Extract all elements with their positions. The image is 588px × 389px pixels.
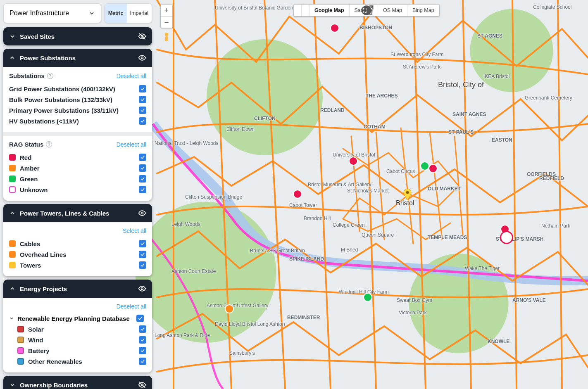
help-icon[interactable]: ?: [47, 73, 53, 79]
filter-label: Battery: [28, 347, 50, 354]
section-energy-projects: Energy Projects Deselect all Renewable E…: [3, 280, 152, 372]
eye-icon[interactable]: [138, 54, 146, 62]
section-header-ownership[interactable]: Ownership Boundaries: [3, 376, 152, 389]
color-swatch: [9, 240, 16, 247]
section-saved-sites: Saved Sites: [3, 27, 152, 45]
filter-row[interactable]: Red: [9, 152, 146, 163]
color-swatch: [17, 347, 24, 354]
filter-label: Wind: [28, 337, 43, 344]
filter-label: HV Substations (<11kV): [9, 118, 79, 125]
checkbox[interactable]: [139, 117, 146, 125]
filter-row[interactable]: Primary Power Substations (33/11kV): [9, 105, 146, 116]
checkbox[interactable]: [139, 96, 146, 103]
subhead-label: Renewable Energy Planning Database: [17, 315, 130, 322]
chevron-down-icon: [9, 382, 16, 388]
card-title: RAG Status: [9, 141, 43, 148]
map-pin[interactable]: [403, 189, 412, 200]
filter-row[interactable]: Green: [9, 173, 146, 184]
chevron-up-icon: [9, 285, 16, 292]
chevron-down-icon: [9, 33, 16, 40]
zoom-control: + −: [160, 4, 173, 28]
deselect-all-link[interactable]: Deselect all: [117, 141, 146, 148]
category-select[interactable]: Power Infrastructure: [3, 3, 101, 23]
checkbox[interactable]: [139, 154, 146, 161]
unit-imperial-button[interactable]: Imperial: [127, 4, 152, 23]
select-all-link[interactable]: Select all: [123, 228, 146, 234]
eye-off-icon[interactable]: [138, 32, 146, 40]
checkbox[interactable]: [139, 164, 146, 172]
filter-label: Overhead Lines: [20, 251, 67, 258]
checkbox[interactable]: [139, 325, 146, 333]
filter-label: Towers: [20, 262, 41, 269]
filter-row[interactable]: Overhead Lines: [9, 249, 146, 260]
section-header-saved-sites[interactable]: Saved Sites: [3, 27, 152, 45]
map-marker-red[interactable]: [429, 165, 437, 172]
eye-icon[interactable]: [138, 285, 146, 293]
section-power-substations: Power Substations Substations ? Deselect…: [3, 49, 152, 201]
sidebar: Power Infrastructure Metric Imperial Sav…: [3, 3, 152, 389]
filter-row[interactable]: Wind: [9, 334, 146, 345]
checkbox[interactable]: [139, 240, 146, 247]
filter-label: Green: [20, 176, 38, 183]
renewable-db-toggle[interactable]: Renewable Energy Planning Database: [9, 314, 146, 324]
filter-row[interactable]: Amber: [9, 163, 146, 173]
section-title: Power Towers, Lines & Cables: [20, 210, 109, 217]
filter-row[interactable]: Battery: [9, 345, 146, 356]
color-swatch: [9, 176, 16, 182]
chevron-down-icon: [88, 10, 95, 17]
color-swatch: [9, 186, 16, 193]
card-rag-status: RAG Status ? Deselect all RedAmberGreenU…: [3, 135, 152, 201]
deselect-all-link[interactable]: Deselect all: [117, 303, 146, 310]
deselect-all-link[interactable]: Deselect all: [117, 73, 146, 79]
eye-off-icon[interactable]: [138, 381, 146, 389]
filter-row[interactable]: HV Substations (<11kV): [9, 116, 146, 126]
map-marker-red[interactable]: [331, 24, 338, 32]
color-swatch: [9, 165, 16, 171]
unit-metric-button[interactable]: Metric: [105, 4, 127, 23]
checkbox[interactable]: [139, 186, 146, 193]
checkbox[interactable]: [139, 261, 146, 269]
card-energy-projects: Deselect all Renewable Energy Planning D…: [3, 298, 152, 372]
color-swatch: [17, 337, 24, 343]
section-header-energy-projects[interactable]: Energy Projects: [3, 280, 152, 298]
filter-row[interactable]: Cables: [9, 238, 146, 249]
section-title: Saved Sites: [20, 33, 55, 40]
checkbox[interactable]: [136, 315, 144, 322]
checkbox[interactable]: [139, 251, 146, 258]
map-marker-white[interactable]: [501, 232, 512, 243]
section-power-lines: Power Towers, Lines & Cables Select all …: [3, 204, 152, 276]
color-swatch: [9, 251, 16, 258]
card-title: Substations: [9, 72, 45, 79]
filter-row[interactable]: Grid Power Substations (400/132kV): [9, 83, 146, 94]
filter-row[interactable]: Other Renewables: [9, 356, 146, 367]
checkbox[interactable]: [139, 107, 146, 114]
checkbox[interactable]: [139, 175, 146, 183]
filter-row[interactable]: Bulk Power Substations (132/33kV): [9, 94, 146, 105]
zoom-in-button[interactable]: +: [161, 5, 172, 16]
filter-row[interactable]: Solar: [9, 324, 146, 334]
map-marker-red[interactable]: [294, 190, 301, 198]
color-swatch: [17, 358, 24, 365]
map-marker-green[interactable]: [421, 162, 429, 170]
help-icon[interactable]: ?: [46, 141, 52, 147]
zoom-out-button[interactable]: −: [161, 16, 172, 28]
chevron-up-icon: [9, 55, 16, 61]
streetview-pegman[interactable]: [162, 32, 171, 44]
map-marker-orange[interactable]: [226, 305, 233, 313]
checkbox[interactable]: [139, 358, 146, 365]
svg-point-9: [141, 57, 143, 59]
map-marker-green[interactable]: [364, 294, 371, 301]
checkbox[interactable]: [139, 347, 146, 354]
eye-icon[interactable]: [138, 209, 146, 217]
filter-label: Bulk Power Substations (132/33kV): [9, 96, 112, 103]
checkbox[interactable]: [139, 336, 146, 344]
map-marker-red[interactable]: [350, 157, 357, 165]
checkbox[interactable]: [139, 85, 146, 93]
filter-label: Red: [20, 154, 31, 161]
filter-row[interactable]: Unknown: [9, 184, 146, 195]
category-select-value: Power Infrastructure: [10, 9, 69, 17]
section-header-power-lines[interactable]: Power Towers, Lines & Cables: [3, 204, 152, 222]
map-type-bing[interactable]: Bing Map: [407, 5, 439, 16]
section-header-power-substations[interactable]: Power Substations: [3, 49, 152, 67]
filter-row[interactable]: Towers: [9, 260, 146, 270]
